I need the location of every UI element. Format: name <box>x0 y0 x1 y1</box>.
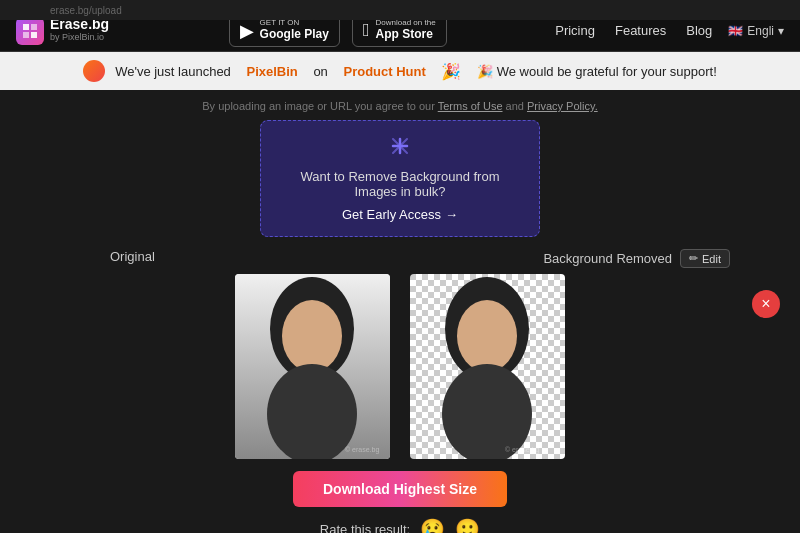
logo-text: Erase.bg by PixelBin.io <box>50 17 109 44</box>
download-section: Download Highest Size Rate this result: … <box>293 471 507 533</box>
svg-point-20 <box>457 300 517 372</box>
google-play-icon: ▶ <box>240 20 254 42</box>
bg-removed-image: © erase.bg <box>410 274 565 459</box>
svg-rect-1 <box>31 24 37 30</box>
bulk-banner-text: Want to Remove Background from Images in… <box>281 169 519 199</box>
address-bar: erase.bg/upload <box>0 0 800 20</box>
svg-rect-0 <box>23 24 29 30</box>
ok-rating-button[interactable]: 🙂 <box>455 517 480 533</box>
producthunt-link[interactable]: Product Hunt <box>343 64 425 79</box>
edit-button[interactable]: ✏ Edit <box>680 249 730 268</box>
svg-rect-2 <box>23 32 29 38</box>
privacy-note: By uploading an image or URL you agree t… <box>202 100 597 112</box>
comparison-labels: Original Background Removed ✏ Edit <box>40 249 800 268</box>
chevron-down-icon: ▾ <box>778 24 784 38</box>
privacy-link[interactable]: Privacy Policy. <box>527 100 598 112</box>
original-image: © erase.bg <box>235 274 390 459</box>
pixelbin-brand[interactable]: PixelBin <box>246 64 297 79</box>
announcement-bar: We've just launched PixelBin on Product … <box>0 52 800 90</box>
svg-text:© erase.bg: © erase.bg <box>505 446 539 454</box>
rating-row: Rate this result: 😢 🙂 <box>320 517 480 533</box>
download-button[interactable]: Download Highest Size <box>293 471 507 507</box>
apple-icon:  <box>363 20 370 41</box>
announcement-avatar <box>83 60 105 82</box>
pricing-link[interactable]: Pricing <box>555 23 595 38</box>
terms-link[interactable]: Terms of Use <box>438 100 503 112</box>
svg-text:© erase.bg: © erase.bg <box>345 446 379 454</box>
bulk-banner-icon <box>281 135 519 163</box>
original-label: Original <box>110 249 155 268</box>
bad-rating-button[interactable]: 😢 <box>420 517 445 533</box>
bulk-banner: Want to Remove Background from Images in… <box>260 120 540 237</box>
logo-icon <box>16 17 44 45</box>
features-link[interactable]: Features <box>615 23 666 38</box>
flag-icon: 🇬🇧 <box>728 24 743 38</box>
language-selector[interactable]: 🇬🇧 Engli ▾ <box>728 24 784 38</box>
blog-link[interactable]: Blog <box>686 23 712 38</box>
bg-removed-label-row: Background Removed ✏ Edit <box>543 249 730 268</box>
images-row: © erase.bg <box>40 274 760 459</box>
navbar: erase.bg/upload Erase.bg by PixelBin.io … <box>0 0 800 52</box>
svg-point-11 <box>282 300 342 372</box>
ph-icon: 🎉 <box>441 62 461 81</box>
main-content: By uploading an image or URL you agree t… <box>0 90 800 533</box>
pencil-icon: ✏ <box>689 252 698 265</box>
comparison-wrapper: Original Background Removed ✏ Edit <box>40 249 760 459</box>
logo[interactable]: Erase.bg by PixelBin.io <box>16 17 136 45</box>
early-access-link[interactable]: Get Early Access → <box>281 207 519 222</box>
nav-links: Pricing Features Blog <box>555 23 712 38</box>
svg-rect-3 <box>31 32 37 38</box>
close-button[interactable]: × <box>752 290 780 318</box>
